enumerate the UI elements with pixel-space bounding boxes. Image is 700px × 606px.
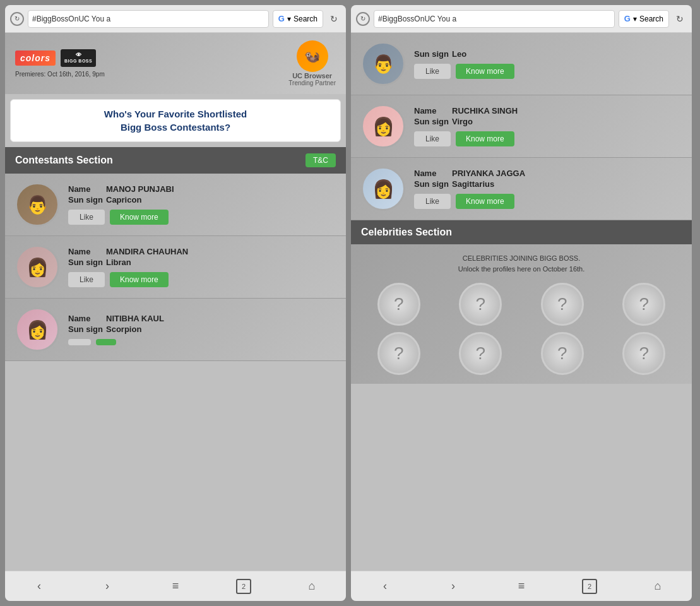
google-logo: G <box>278 14 285 23</box>
forward-button-left[interactable]: › <box>97 576 117 597</box>
sunsign-label-leo: Sun sign <box>414 49 452 59</box>
phone-panel-right: ↻ #BiggBossOnUC You a G ▾ Search ↻ 👨 Sun… <box>351 5 692 601</box>
back-button-left[interactable]: ‹ <box>29 576 49 597</box>
sunsign-value-priyanka: Sagittarius <box>452 179 494 189</box>
reload-icon-right[interactable]: ↻ <box>356 12 370 26</box>
know-more-button-ruchika[interactable]: Know more <box>456 131 514 146</box>
sunsign-value-nitibha: Scorpion <box>106 324 141 334</box>
name-value-priyanka: PRIYANKA JAGGA <box>452 169 525 178</box>
action-btns-leo: Like Know more <box>414 64 682 79</box>
refresh-icon[interactable]: ↻ <box>327 12 341 26</box>
name-row-mandira: Name MANDIRA CHAUHAN <box>68 247 336 256</box>
search-dropdown-icon-right: ▾ <box>633 15 637 23</box>
name-row-priyanka: Name PRIYANKA JAGGA <box>414 169 682 178</box>
contestant-card-leo: 👨 Sun sign Leo Like Know more <box>351 33 692 95</box>
like-button-ruchika[interactable]: Like <box>414 131 451 146</box>
sunsign-row-mandira: Sun sign Libran <box>68 258 336 267</box>
uc-logo: 🦦 UC Browser Trending Partner <box>288 40 336 86</box>
home-button-left[interactable]: ⌂ <box>302 576 322 597</box>
contestants-section-header: Contestants Section T&C <box>5 147 346 174</box>
trending-partner-text: Trending Partner <box>288 80 336 86</box>
know-more-button-priyanka[interactable]: Know more <box>456 194 514 209</box>
menu-button-right[interactable]: ≡ <box>511 576 531 597</box>
name-row-ruchika: Name RUCHIKA SINGH <box>414 106 682 116</box>
name-label-mandira: Name <box>68 247 106 256</box>
contestant-info-nitibha: Name NITIBHA KAUL Sun sign Scorpion <box>68 314 336 345</box>
tnc-button[interactable]: T&C <box>306 153 336 167</box>
action-btns-manoj: Like Know more <box>68 210 336 225</box>
header-section: colors 👁 BIGG BOSS Premieres: Oct 16th, … <box>5 33 346 94</box>
contestant-info-leo: Sun sign Leo Like Know more <box>414 49 682 79</box>
url-input[interactable]: #BiggBossOnUC You a <box>28 10 269 28</box>
bottom-nav-left: ‹ › ≡ 2 ⌂ <box>5 571 346 601</box>
mystery-circle-6[interactable]: ? <box>459 332 502 375</box>
sunsign-value-mandira: Libran <box>106 258 131 267</box>
mystery-circle-5[interactable]: ? <box>377 332 420 375</box>
action-btns-nitibha <box>68 339 336 345</box>
avatar-priyanka: 👩 <box>361 167 405 211</box>
tabs-button-left[interactable]: 2 <box>234 576 254 597</box>
celebrities-section-header: Celebrities Section <box>351 220 692 244</box>
like-button-nitibha[interactable] <box>68 339 91 345</box>
refresh-icon-right[interactable]: ↻ <box>673 12 687 26</box>
contestant-info-manoj: Name MANOJ PUNJABI Sun sign Capricon Lik… <box>68 184 336 225</box>
contestant-card-manoj: 👨 Name MANOJ PUNJABI Sun sign Capricon L… <box>5 174 346 236</box>
mystery-circle-1[interactable]: ? <box>377 283 420 326</box>
like-button-priyanka[interactable]: Like <box>414 194 451 209</box>
sunsign-row-ruchika: Sun sign Virgo <box>414 117 682 126</box>
know-more-button-manoj[interactable]: Know more <box>110 210 169 225</box>
celebrities-section-title: Celebrities Section <box>361 227 452 238</box>
mystery-circle-7[interactable]: ? <box>541 332 584 375</box>
uc-icon: 🦦 <box>297 40 328 72</box>
avatar-leo: 👨 <box>361 42 405 86</box>
search-dropdown-icon: ▾ <box>287 15 291 23</box>
avatar-manoj: 👨 <box>15 182 59 227</box>
search-button-right[interactable]: G ▾ Search <box>619 10 669 28</box>
contestant-info-mandira: Name MANDIRA CHAUHAN Sun sign Libran Lik… <box>68 247 336 287</box>
sunsign-label-mandira: Sun sign <box>68 258 106 267</box>
like-button-leo[interactable]: Like <box>414 64 451 79</box>
sunsign-row-leo: Sun sign Leo <box>414 49 682 59</box>
google-logo-right: G <box>624 14 631 23</box>
left-logos: colors 👁 BIGG BOSS Premieres: Oct 16th, … <box>15 49 105 77</box>
sunsign-label-priyanka: Sun sign <box>414 179 452 189</box>
know-more-button-nitibha[interactable] <box>96 339 116 345</box>
contestant-info-ruchika: Name RUCHIKA SINGH Sun sign Virgo Like K… <box>414 106 682 146</box>
know-more-button-leo[interactable]: Know more <box>456 64 514 79</box>
colors-logo: colors <box>15 50 56 66</box>
forward-button-right[interactable]: › <box>443 576 463 597</box>
tabs-button-right[interactable]: 2 <box>579 576 600 597</box>
url-input-right[interactable]: #BiggBossOnUC You a <box>374 10 615 28</box>
sunsign-label-ruchika: Sun sign <box>414 117 452 126</box>
back-button-right[interactable]: ‹ <box>375 576 395 597</box>
name-row-manoj: Name MANOJ PUNJABI <box>68 184 336 194</box>
biggboss-eye-icon: 👁 <box>64 52 92 59</box>
search-button[interactable]: G ▾ Search <box>273 10 323 28</box>
name-value-ruchika: RUCHIKA SINGH <box>452 106 518 116</box>
unlock-text: CELEBRITIES JOINING BIGG BOSS. Unlock th… <box>361 253 682 274</box>
contestant-card-priyanka: 👩 Name PRIYANKA JAGGA Sun sign Sagittari… <box>351 158 692 220</box>
know-more-button-mandira[interactable]: Know more <box>110 272 169 287</box>
mystery-circle-2[interactable]: ? <box>459 283 502 326</box>
sunsign-label-manoj: Sun sign <box>68 195 106 205</box>
menu-button-left[interactable]: ≡ <box>165 576 186 597</box>
tabs-count-left: 2 <box>236 579 251 594</box>
contestant-info-priyanka: Name PRIYANKA JAGGA Sun sign Sagittarius… <box>414 169 682 209</box>
home-button-right[interactable]: ⌂ <box>648 576 668 597</box>
mystery-circle-4[interactable]: ? <box>622 283 665 326</box>
address-bar-left: ↻ #BiggBossOnUC You a G ▾ Search ↻ <box>5 5 346 33</box>
reload-icon[interactable]: ↻ <box>10 12 24 26</box>
like-button-manoj[interactable]: Like <box>68 210 105 225</box>
mystery-circle-8[interactable]: ? <box>622 332 665 375</box>
action-btns-priyanka: Like Know more <box>414 194 682 209</box>
like-button-mandira[interactable]: Like <box>68 272 105 287</box>
name-label-manoj: Name <box>68 184 106 194</box>
name-value-manoj: MANOJ PUNJABI <box>106 184 174 194</box>
tabs-count-right: 2 <box>582 579 597 594</box>
name-row-nitibha: Name NITIBHA KAUL <box>68 314 336 323</box>
mystery-circle-3[interactable]: ? <box>541 283 584 326</box>
bottom-nav-right: ‹ › ≡ 2 ⌂ <box>351 571 692 601</box>
logo-row: colors 👁 BIGG BOSS <box>15 49 105 66</box>
phone-panel-left: ↻ #BiggBossOnUC You a G ▾ Search ↻ color… <box>5 5 346 601</box>
biggboss-logo: 👁 BIGG BOSS <box>61 49 96 66</box>
